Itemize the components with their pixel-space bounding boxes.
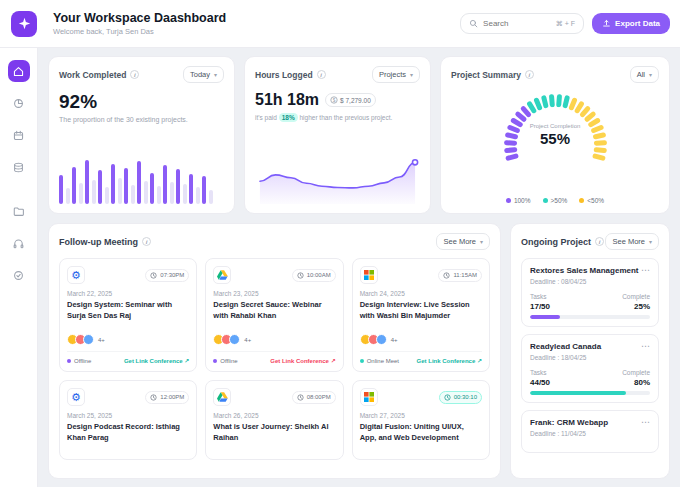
coin-icon: $ [330,96,338,104]
project-item[interactable]: Rextores Sales Management⋯Deadline : 08/… [521,258,659,327]
meeting-title: Digital Fusion: Uniting UI/UX, App, and … [360,422,482,452]
lower-row: Follow-up Meeting i See More ▾ ⚙07:30PMM… [48,223,670,479]
see-more-label: See More [443,237,476,246]
info-icon[interactable]: i [317,70,326,79]
project-progress-values: 17/5025% [530,302,650,311]
conference-link[interactable]: Get Link Conference ↗ [417,357,482,364]
meeting-date: March 23, 2025 [213,290,335,297]
gauge-tick [556,94,562,107]
sidebar-item-support[interactable] [8,232,30,254]
project-item[interactable]: Frank: CRM Webapp⋯Deadline : 11/04/25 [521,410,659,453]
project-progress-bar [530,391,650,395]
meeting-card-footer: OfflineGet Link Conference ↗ [213,351,335,364]
meeting-app-icon [360,266,378,284]
work-completed-filter[interactable]: Today ▾ [183,66,224,83]
card-title: Work Completed i [59,70,139,80]
meeting-card[interactable]: ⚙07:30PMMarch 22, 2025Design System: Sem… [59,258,197,372]
sidebar-item-files[interactable] [8,200,30,222]
card-header: Hours Logged i Projects ▾ [255,66,420,83]
meeting-card[interactable]: 00:30:10March 27, 2025Digital Fusion: Un… [352,380,490,460]
project-name: Rextores Sales Management [530,266,639,275]
bar [144,181,148,204]
bar [209,190,213,204]
filter-value: All [637,70,645,79]
export-label: Export Data [615,19,660,28]
followup-meeting-card: Follow-up Meeting i See More ▾ ⚙07:30PMM… [48,223,501,479]
chart-endpoint-dot [412,160,417,165]
meetings-see-more[interactable]: See More ▾ [436,233,490,250]
meeting-title: Design System: Seminar with Surja Sen Da… [67,300,189,330]
welcome-text: Welcome back, Turja Sen Das [53,27,226,36]
amount-badge: $ $ 7,279.00 [325,93,376,107]
note-suffix: higher than the previous project. [299,114,392,121]
meeting-title: Design Interview: Live Session with Wash… [360,300,482,330]
meeting-card[interactable]: ⚙12:00PMMarch 25, 2025Design Podcast Rec… [59,380,197,460]
more-menu-icon[interactable]: ⋯ [641,342,650,351]
meeting-card-header: 08:00PM [213,388,335,406]
work-completed-title: Work Completed [59,70,126,80]
hours-logged-filter[interactable]: Projects ▾ [372,66,420,83]
project-deadline: Deadline : 18/04/25 [530,354,650,361]
export-icon [602,19,611,28]
drive-icon [217,270,228,280]
check-circle-icon [12,269,25,282]
headphones-icon [12,237,25,250]
time-badge: 11:15AM [438,269,482,282]
meeting-date: March 25, 2025 [67,412,189,419]
gauge-tick [592,153,606,161]
section-title: Follow-up Meeting i [59,237,151,247]
search-input[interactable] [483,19,547,28]
sidebar-item-calendar[interactable] [8,124,30,146]
card-header: Follow-up Meeting i See More ▾ [59,233,490,250]
gauge-tick [503,140,516,146]
conference-link[interactable]: Get Link Conference ↗ [124,357,189,364]
info-icon[interactable]: i [525,70,534,79]
folder-icon [12,205,25,218]
meeting-card[interactable]: 11:15AMMarch 24, 2025Design Interview: L… [352,258,490,372]
info-icon[interactable]: i [142,237,151,246]
time-badge: 10:00AM [292,269,336,282]
bar [66,188,70,204]
meeting-card[interactable]: 10:00AMMarch 23, 2025Design Secret Sauce… [205,258,343,372]
search-shortcut: ⌘ + F [556,20,575,28]
meeting-app-icon [213,266,231,284]
sidebar-item-database[interactable] [8,156,30,178]
search-box[interactable]: ⌘ + F [460,13,584,34]
sidebar-item-analytics[interactable] [8,92,30,114]
project-item[interactable]: Readylead Canada⋯Deadline : 18/04/25Task… [521,334,659,403]
export-data-button[interactable]: Export Data [592,13,670,34]
project-progress-bar [530,315,650,319]
search-icon [469,19,478,28]
legend-item: 100% [506,197,531,204]
info-icon[interactable]: i [595,237,604,246]
sidebar-item-history[interactable] [8,264,30,286]
projects-list: Rextores Sales Management⋯Deadline : 08/… [521,258,659,453]
gauge-label: Project Completion [451,123,659,129]
app-logo[interactable] [11,11,37,37]
project-name: Frank: CRM Webapp [530,418,608,427]
more-menu-icon[interactable]: ⋯ [641,266,650,275]
gauge-center: Project Completion 55% [451,123,659,147]
filter-value: Projects [379,70,406,79]
bar [59,175,63,204]
chevron-down-icon: ▾ [649,71,652,78]
status-dot-icon [213,359,217,363]
meeting-card[interactable]: 08:00PMMarch 26, 2025What is User Journe… [205,380,343,460]
meeting-card-header: 00:30:10 [360,388,482,406]
conference-link[interactable]: Get Link Conference ↗ [270,357,335,364]
gauge-tick [505,153,519,161]
work-completed-description: The proportion of the 30 existing projec… [59,116,224,123]
info-icon[interactable]: i [130,70,139,79]
projects-see-more[interactable]: See More ▾ [605,233,659,250]
amount-value: $ 7,279.00 [340,97,371,104]
meeting-card-footer: Online MeetGet Link Conference ↗ [360,351,482,364]
project-summary-title: Project Summary [451,70,521,80]
more-menu-icon[interactable]: ⋯ [641,418,650,427]
project-summary-filter[interactable]: All ▾ [630,66,659,83]
gauge-tick [593,140,606,146]
sidebar-item-home[interactable] [8,60,30,82]
svg-text:$: $ [333,98,336,103]
pie-chart-icon [12,97,25,110]
card-title: Project Summary i [451,70,534,80]
clock-icon [150,394,157,401]
